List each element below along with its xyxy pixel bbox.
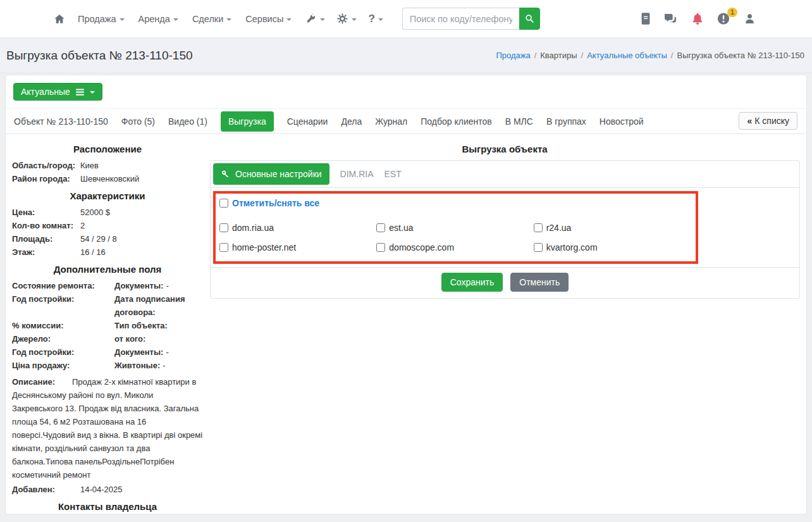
tab-main-settings[interactable]: Основные настройки (213, 163, 329, 185)
main-card: Актуальные Объект № 213-110-150 Фото (5)… (5, 75, 807, 514)
menu-sdelki[interactable]: Сделки (192, 14, 231, 24)
portal-label[interactable]: r24.ua (546, 223, 572, 233)
settings-menu[interactable] (336, 13, 357, 25)
back-to-list-button[interactable]: «К списку (739, 112, 797, 130)
status-dropdown-button[interactable]: Актуальные (13, 83, 102, 101)
chevron-down-icon (90, 91, 95, 94)
section-heading-characteristics: Характеристики (12, 190, 203, 201)
chat-icon[interactable] (663, 12, 679, 25)
select-all-label[interactable]: Отметить/снять все (232, 198, 319, 208)
description-block: Описание:Продаж 2-х кімнатної квартири в… (12, 375, 203, 482)
field-label: Год постройки: (12, 347, 74, 357)
breadcrumb-link-aktualnye[interactable]: Актуальные объекты (587, 51, 667, 60)
tab-dela[interactable]: Дела (341, 116, 362, 127)
field-documents-2: Документы:- (114, 345, 203, 359)
portal-checkbox-domoscope[interactable] (376, 243, 385, 252)
export-section: Выгрузка объекта Основные настройки (209, 134, 806, 299)
navbar-right: 1 (641, 11, 756, 26)
field-label: Цена: (12, 206, 80, 219)
tools-menu[interactable] (305, 13, 325, 25)
field-value: 52000 $ (80, 206, 110, 219)
search-input[interactable] (402, 8, 519, 30)
portal-checkbox-kvartorg[interactable] (534, 243, 543, 252)
field-label: Год постройки: (12, 294, 74, 304)
chevron-down-icon (378, 18, 383, 21)
field-label: Район города: (12, 172, 80, 185)
menu-prodazha-label: Продажа (78, 14, 116, 24)
field-region: Область/город:Киев (12, 159, 203, 172)
menu-servisy[interactable]: Сервисы (245, 14, 292, 24)
menu-sdelki-label: Сделки (192, 14, 223, 24)
select-all-row: Отметить/снять все (219, 198, 691, 208)
search-group (402, 8, 540, 30)
chevron-down-icon (352, 18, 357, 21)
field-value: 54 / 29 / 8 (80, 232, 117, 245)
select-all-checkbox[interactable] (219, 199, 228, 208)
export-settings-tabs: Основные настройки DIM.RIA EST (211, 161, 799, 188)
page-header: Выгрузка объекта № 213-110-150 Продажа /… (0, 38, 812, 73)
field-commission: % комиссии: (12, 319, 114, 332)
tab-v-mls[interactable]: В МЛС (505, 116, 533, 127)
hamburger-icon (75, 88, 85, 96)
portal-checkbox-dom-ria[interactable] (219, 223, 228, 232)
field-added: Добавлен:14-04-2025 (12, 483, 203, 496)
chevron-down-icon (320, 18, 325, 21)
search-button[interactable] (519, 8, 540, 30)
portal-label[interactable]: est.ua (389, 223, 413, 233)
double-chevron-left-icon: « (747, 116, 752, 126)
field-value: 16 / 16 (80, 245, 106, 259)
tab-video[interactable]: Видео (1) (168, 116, 207, 127)
portal-item: home-poster.net (219, 242, 376, 252)
tab-vygruzka[interactable]: Выгрузка (221, 111, 274, 132)
menu-arenda-label: Аренда (138, 14, 170, 24)
field-district: Район города:Шевченковский (12, 172, 203, 185)
export-panel: Основные настройки DIM.RIA EST Отметить/… (210, 160, 800, 299)
portal-checkbox-r24-ua[interactable] (534, 223, 543, 232)
portal-label[interactable]: home-poster.net (232, 242, 296, 252)
home-icon[interactable] (54, 13, 65, 25)
user-icon[interactable] (743, 12, 756, 25)
menu-arenda[interactable]: Аренда (138, 14, 178, 24)
portal-item: dom.ria.ua (219, 223, 376, 233)
tab-v-gruppah[interactable]: В группах (546, 116, 586, 127)
portal-checkbox-home-poster[interactable] (219, 243, 228, 252)
field-build-year-1: Год постройки: (12, 292, 114, 319)
tab-est[interactable]: EST (384, 169, 401, 179)
field-label: Документы: (114, 347, 163, 357)
portal-item: r24.ua (534, 223, 691, 233)
menu-prodazha[interactable]: Продажа (78, 14, 125, 24)
status-label: Актуальные (21, 87, 70, 97)
field-object-type: Тип объекта: (114, 319, 203, 332)
alert-icon[interactable]: 1 (717, 11, 731, 26)
breadcrumb: Продажа / Квартиры / Актуальные объекты … (496, 51, 804, 60)
field-value: Шевченковский (80, 172, 139, 185)
field-label: Ціна продажу: (12, 361, 70, 370)
breadcrumb-separator: / (671, 51, 674, 60)
help-menu[interactable]: ? (368, 13, 383, 25)
field-price: Цена:52000 $ (12, 206, 203, 219)
tab-photo[interactable]: Фото (5) (121, 116, 155, 127)
save-button[interactable]: Сохранить (441, 273, 503, 292)
export-panel-content: Отметить/снять все dom.ria.ua est.ua r24… (211, 188, 799, 264)
portal-checkbox-grid: dom.ria.ua est.ua r24.ua home-poster.net… (219, 223, 691, 252)
notification-badge: 1 (727, 8, 737, 17)
bell-icon[interactable] (691, 11, 704, 26)
field-label: Этаж: (12, 245, 80, 259)
tab-dim-ria[interactable]: DIM.RIA (340, 169, 374, 179)
tab-object[interactable]: Объект № 213-110-150 (14, 116, 108, 127)
breadcrumb-link-prodazha[interactable]: Продажа (496, 51, 530, 60)
tab-scenarii[interactable]: Сценарии (287, 116, 328, 127)
object-tabbar: Объект № 213-110-150 Фото (5) Видео (1) … (6, 108, 806, 134)
portal-item: est.ua (376, 223, 533, 233)
portal-label[interactable]: domoscope.com (389, 242, 454, 252)
tab-zhurnal[interactable]: Журнал (375, 116, 407, 127)
field-label: Площадь: (12, 232, 80, 245)
portal-label[interactable]: kvartorg.com (546, 242, 598, 252)
journal-icon[interactable] (641, 12, 651, 25)
portal-checkbox-est-ua[interactable] (376, 223, 385, 232)
cancel-button[interactable]: Отменить (510, 273, 569, 292)
tab-podbor-klientov[interactable]: Подбор клиентов (421, 116, 491, 127)
field-area: Площадь:54 / 29 / 8 (12, 232, 203, 245)
tab-novostroy[interactable]: Новострой (600, 116, 644, 127)
portal-label[interactable]: dom.ria.ua (232, 223, 274, 233)
